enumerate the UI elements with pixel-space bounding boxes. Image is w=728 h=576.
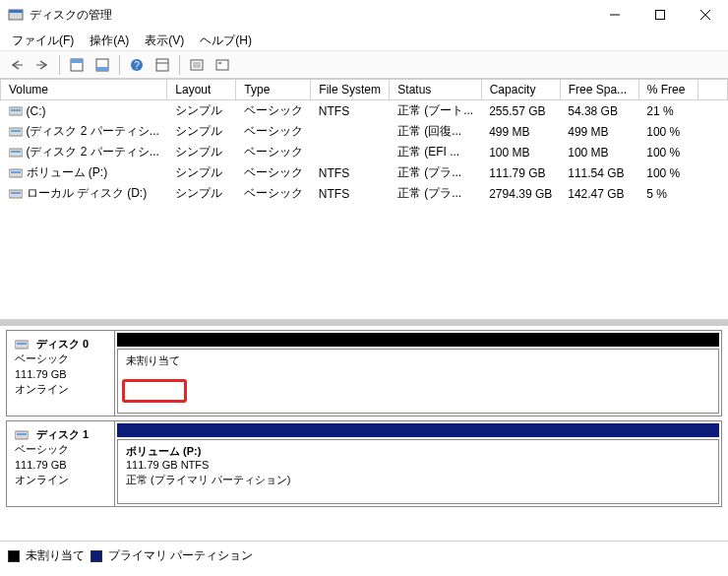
col-type[interactable]: Type (236, 80, 311, 100)
col-spacer (698, 80, 727, 100)
disk-band (117, 333, 719, 347)
toolbar: ? (0, 51, 728, 79)
disk-type: ベーシック (15, 352, 106, 366)
disk-status: オンライン (15, 473, 106, 487)
disk-label: ディスク 0ベーシック111.79 GBオンライン (7, 331, 115, 416)
back-button[interactable] (6, 54, 28, 76)
menu-view[interactable]: 表示(V) (137, 32, 192, 48)
col-pct[interactable]: % Free (638, 80, 698, 100)
minimize-button[interactable] (592, 0, 637, 30)
disk-graphic: 未割り当て (115, 331, 721, 416)
col-capacity[interactable]: Capacity (481, 80, 560, 100)
window-title: ディスクの管理 (30, 7, 592, 24)
disk-graphic: ボリューム (P:)111.79 GB NTFS正常 (プライマリ パーティショ… (115, 421, 721, 506)
svg-rect-1 (9, 10, 23, 13)
col-layout[interactable]: Layout (167, 80, 236, 100)
volume-icon (9, 167, 23, 179)
legend-primary-label: プライマリ パーティション (108, 547, 253, 564)
menu-help[interactable]: ヘルプ(H) (192, 32, 260, 48)
close-button[interactable] (683, 0, 728, 30)
settings-button[interactable] (212, 54, 233, 76)
title-bar: ディスクの管理 (0, 0, 728, 30)
volume-icon (9, 126, 23, 138)
disk-status: オンライン (15, 382, 106, 397)
disk-panel[interactable]: ディスク 1ベーシック111.79 GBオンラインボリューム (P:)111.7… (6, 420, 722, 507)
svg-rect-21 (218, 62, 221, 64)
table-row[interactable]: (ディスク 2 パーティシ...シンプルベーシック正常 (EFI ...100 … (1, 142, 728, 162)
volume-table-wrap[interactable]: Volume Layout Type File System Status Ca… (0, 79, 728, 320)
view-top-button[interactable] (66, 54, 88, 76)
disk-size: 111.79 GB (15, 367, 106, 382)
refresh-button[interactable] (152, 54, 173, 76)
menu-bar: ファイル(F) 操作(A) 表示(V) ヘルプ(H) (0, 30, 728, 51)
pane-separator[interactable] (0, 320, 728, 326)
app-icon (8, 7, 24, 23)
help-button[interactable]: ? (126, 54, 148, 76)
col-status[interactable]: Status (390, 80, 481, 100)
forward-button[interactable] (31, 54, 53, 76)
disk-name: ディスク 0 (15, 337, 106, 352)
disk-label: ディスク 1ベーシック111.79 GBオンライン (7, 421, 115, 506)
volume-table: Volume Layout Type File System Status Ca… (0, 79, 728, 204)
svg-rect-3 (656, 11, 665, 20)
legend-unalloc-label: 未割り当て (26, 547, 85, 564)
partition-box[interactable]: ボリューム (P:)111.79 GB NTFS正常 (プライマリ パーティショ… (117, 439, 719, 504)
col-volume[interactable]: Volume (1, 80, 167, 100)
legend-primary-swatch (91, 550, 102, 562)
col-fs[interactable]: File System (311, 80, 390, 100)
menu-action[interactable]: 操作(A) (82, 32, 137, 48)
svg-rect-29 (11, 171, 21, 173)
svg-rect-27 (11, 151, 21, 153)
maximize-button[interactable] (637, 0, 683, 30)
col-free[interactable]: Free Spa... (560, 80, 638, 100)
disk-band (117, 423, 719, 437)
disk-area: ディスク 0ベーシック111.79 GBオンライン未割り当てディスク 1ベーシッ… (0, 330, 728, 507)
view-bottom-button[interactable] (91, 54, 113, 76)
volume-icon (9, 105, 23, 117)
disk-panel[interactable]: ディスク 0ベーシック111.79 GBオンライン未割り当て (6, 330, 722, 416)
svg-rect-33 (17, 343, 27, 345)
svg-text:?: ? (134, 60, 140, 71)
disk-name: ディスク 1 (15, 427, 106, 442)
svg-rect-35 (17, 433, 27, 435)
volume-icon (9, 147, 23, 159)
disk-type: ベーシック (15, 442, 106, 457)
table-row[interactable]: (ディスク 2 パーティシ...シンプルベーシック正常 (回復...499 MB… (1, 121, 728, 142)
table-row[interactable]: (C:)シンプルベーシックNTFS正常 (ブート...255.57 GB54.3… (1, 100, 728, 122)
table-row[interactable]: ボリューム (P:)シンプルベーシックNTFS正常 (プラ...111.79 G… (1, 162, 728, 183)
properties-button[interactable] (186, 54, 208, 76)
svg-rect-11 (96, 67, 108, 71)
menu-file[interactable]: ファイル(F) (4, 32, 82, 48)
svg-rect-25 (11, 130, 21, 132)
svg-rect-14 (156, 59, 168, 71)
svg-rect-9 (71, 59, 83, 63)
disk-size: 111.79 GB (15, 458, 106, 473)
svg-rect-23 (11, 109, 21, 111)
table-row[interactable]: ローカル ディスク (D:)シンプルベーシックNTFS正常 (プラ...2794… (1, 183, 728, 204)
legend-unalloc-swatch (8, 550, 20, 562)
svg-rect-31 (11, 192, 21, 194)
volume-icon (9, 188, 23, 200)
svg-rect-20 (216, 60, 228, 70)
partition-box[interactable]: 未割り当て (117, 349, 719, 414)
legend: 未割り当て プライマリ パーティション (0, 541, 728, 570)
